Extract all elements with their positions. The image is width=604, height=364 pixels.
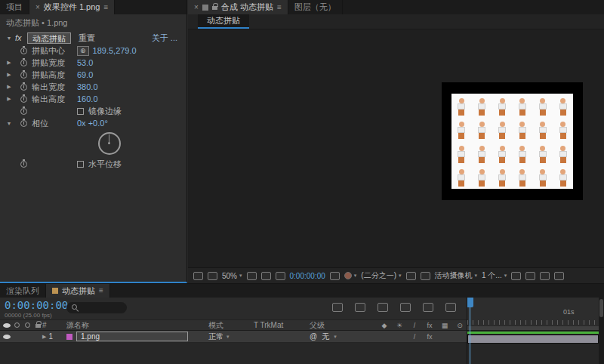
- resolution-select[interactable]: (二分之一)▾: [361, 270, 401, 281]
- reset-exposure-icon[interactable]: [540, 272, 550, 280]
- exposure-gain-icon[interactable]: [554, 272, 564, 280]
- playhead[interactable]: [470, 298, 470, 364]
- channels-select[interactable]: ▾: [344, 272, 357, 279]
- expander-icon[interactable]: ▶: [3, 60, 15, 66]
- mode-column-header[interactable]: 模式: [204, 320, 251, 331]
- phase-dial-row: [0, 129, 186, 158]
- viewer-tab-motion-tile[interactable]: 动态拼贴: [198, 14, 249, 29]
- stopwatch-icon[interactable]: [20, 161, 27, 168]
- shy-icon[interactable]: [378, 303, 388, 312]
- property-value[interactable]: 0x +0.0°: [77, 119, 108, 128]
- frame-info: 00000 (25.00 fps): [5, 312, 52, 319]
- timeline-track-area[interactable]: 01s: [467, 298, 599, 364]
- sprite-figure: [472, 141, 492, 165]
- layer-name[interactable]: 1.png: [76, 332, 188, 341]
- layer-quality-switch[interactable]: /: [411, 333, 418, 341]
- camera-select[interactable]: 活动摄像机▾: [435, 270, 478, 281]
- tab-render-queue[interactable]: 渲染队列: [0, 284, 46, 298]
- property-value[interactable]: 69.0: [77, 70, 93, 79]
- mini-flowchart-icon[interactable]: [332, 303, 343, 312]
- view-layout-select[interactable]: 1 个...▾: [482, 270, 507, 281]
- snapshot-icon[interactable]: [330, 272, 340, 280]
- stopwatch-icon[interactable]: [20, 60, 27, 66]
- flowchart-icon[interactable]: [525, 272, 535, 280]
- layer-duration-bar[interactable]: [467, 335, 599, 344]
- layer-row[interactable]: ▶ 1 1.png 正常 ▾ @ 无 ▾: [0, 331, 467, 343]
- property-value[interactable]: 380.0: [77, 82, 98, 91]
- graph-editor-icon[interactable]: [445, 303, 456, 312]
- composition-viewer[interactable]: [188, 29, 604, 267]
- left-panel-tabbar: 项目 × 效果控件 1.png ≡: [0, 0, 186, 14]
- parent-column-header[interactable]: 父级: [304, 320, 376, 331]
- collapse-icon[interactable]: ▼: [3, 121, 15, 126]
- transparency-grid-icon[interactable]: [276, 272, 285, 280]
- grid-options-icon[interactable]: [193, 272, 203, 280]
- reset-button[interactable]: 重置: [79, 32, 95, 44]
- mask-visibility-icon[interactable]: [208, 272, 217, 280]
- property-value[interactable]: 160.0: [77, 94, 98, 103]
- close-icon[interactable]: ×: [194, 4, 199, 11]
- work-area-bar[interactable]: [467, 325, 599, 330]
- tab-composition[interactable]: × 合成 动态拼贴 ≡: [188, 0, 288, 14]
- sprite-figure: [513, 165, 533, 190]
- time-ruler[interactable]: 01s: [467, 298, 599, 331]
- stopwatch-icon[interactable]: [20, 84, 27, 91]
- safe-margins-icon[interactable]: [247, 272, 257, 280]
- target-region-icon[interactable]: [406, 272, 416, 280]
- effect-collapse-icon[interactable]: ▼: [3, 35, 15, 41]
- point-picker-button[interactable]: ⊕: [77, 46, 89, 56]
- label-color-chip[interactable]: [66, 334, 72, 340]
- views-value: 1 个...: [482, 270, 502, 281]
- tab-composition-label: 合成 动态拼贴: [221, 2, 273, 13]
- parent-select[interactable]: 无: [322, 332, 329, 342]
- stopwatch-icon[interactable]: [20, 120, 27, 127]
- layer-expander-icon[interactable]: ▶: [42, 334, 46, 340]
- effect-name[interactable]: 动态拼贴: [27, 32, 71, 44]
- timeline-button-icon[interactable]: [511, 272, 521, 280]
- scrollbar-thumb[interactable]: [599, 299, 603, 317]
- close-icon[interactable]: ×: [35, 4, 40, 11]
- region-of-interest-icon[interactable]: [261, 272, 271, 280]
- tab-layer-label: 图层（无）: [294, 2, 336, 13]
- tab-effect-controls[interactable]: × 效果控件 1.png ≡: [29, 0, 115, 14]
- tab-project[interactable]: 项目: [0, 0, 29, 14]
- horizontal-shift-checkbox[interactable]: [77, 161, 84, 168]
- fx-badge[interactable]: fx: [15, 33, 27, 42]
- trkmat-column-header[interactable]: T TrkMat: [251, 321, 304, 329]
- stopwatch-icon[interactable]: [20, 108, 27, 115]
- stopwatch-icon[interactable]: [20, 72, 27, 79]
- blend-mode-select[interactable]: 正常 ▾: [204, 332, 251, 342]
- comp-timecode[interactable]: 0:00:00:00: [290, 272, 325, 280]
- angle-dial[interactable]: [98, 132, 121, 155]
- timecode-display[interactable]: 0:00:00:00: [5, 299, 68, 311]
- panel-menu-icon[interactable]: ≡: [103, 4, 108, 11]
- tab-timeline-comp[interactable]: 动态拼贴 ≡: [46, 284, 110, 298]
- quality-switch-icon: /: [411, 322, 418, 329]
- zoom-select[interactable]: 50%▾: [222, 272, 242, 280]
- expander-icon[interactable]: ▶: [3, 96, 15, 102]
- stopwatch-icon[interactable]: [20, 48, 27, 54]
- panel-menu-icon[interactable]: ≡: [277, 4, 282, 11]
- pickwhip-icon[interactable]: @: [310, 332, 317, 341]
- search-input[interactable]: [66, 302, 127, 313]
- mirror-edges-checkbox[interactable]: [77, 108, 84, 115]
- expander-icon[interactable]: ▶: [3, 84, 15, 90]
- lock-icon[interactable]: [212, 6, 217, 10]
- motion-blur-icon[interactable]: [423, 303, 433, 312]
- frame-blend-icon[interactable]: [400, 303, 411, 312]
- zoom-value: 50%: [222, 272, 237, 280]
- tab-swatch: [202, 5, 208, 11]
- stopwatch-icon[interactable]: [20, 96, 27, 103]
- pixel-aspect-icon[interactable]: [421, 272, 430, 280]
- property-value[interactable]: 53.0: [77, 58, 93, 67]
- visibility-eye-icon[interactable]: [3, 335, 11, 339]
- timeline-scrollbar[interactable]: [599, 298, 604, 364]
- draft-3d-icon[interactable]: [355, 303, 365, 312]
- expander-icon[interactable]: ▶: [3, 72, 15, 78]
- property-label: 输出宽度: [32, 82, 77, 93]
- layer-fx-switch[interactable]: fx: [426, 333, 433, 341]
- about-link[interactable]: 关于 ...: [152, 32, 177, 44]
- tab-layer[interactable]: 图层（无）: [288, 0, 343, 14]
- panel-menu-icon[interactable]: ≡: [99, 287, 103, 295]
- property-value[interactable]: 189.5,279.0: [93, 46, 137, 55]
